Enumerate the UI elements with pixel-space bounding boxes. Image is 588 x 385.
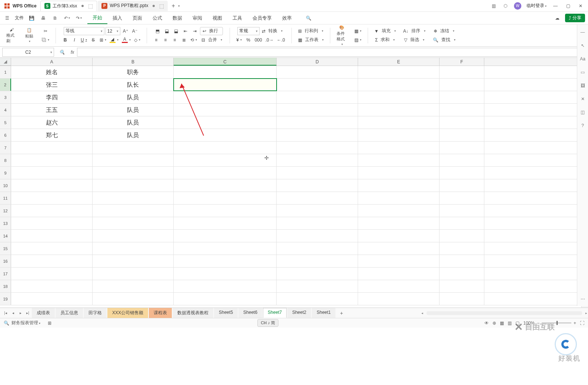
sheet-tab[interactable]: 课程表 <box>149 308 172 318</box>
row-header[interactable]: 10 <box>0 179 11 192</box>
cell-E15[interactable] <box>358 242 440 255</box>
sheet-tab[interactable]: 成绩表 <box>32 308 55 318</box>
cell-B14[interactable] <box>93 230 174 242</box>
formula-input[interactable] <box>77 48 585 57</box>
cell-A7[interactable] <box>11 142 93 154</box>
side-image-icon[interactable]: 🖼 <box>579 82 586 89</box>
cell-F3[interactable] <box>440 91 484 103</box>
align-center-button[interactable]: ≡ <box>161 36 170 44</box>
sheet-nav-first[interactable]: |◂ <box>2 310 9 316</box>
tab-menu-icon[interactable]: ▾ <box>178 4 180 8</box>
cell-E1[interactable] <box>358 66 440 78</box>
cell-F15[interactable] <box>440 242 484 255</box>
increase-decimal-button[interactable]: .0→ <box>264 36 275 44</box>
cell-B4[interactable]: 队员 <box>93 104 174 116</box>
font-size-select[interactable]: 12▾ <box>106 27 120 35</box>
cell-F16[interactable] <box>440 255 484 267</box>
tab-insert[interactable]: 插入 <box>107 13 127 24</box>
increase-font-button[interactable]: A⁺ <box>121 27 130 35</box>
tab-data[interactable]: 数据 <box>167 13 187 24</box>
sheet-tab[interactable]: 员工信息 <box>56 308 83 318</box>
view-normal-icon[interactable]: ▦ <box>500 321 504 326</box>
side-collapse-icon[interactable]: — <box>579 29 586 36</box>
tab-close-icon[interactable]: ⬚ <box>159 3 164 9</box>
cell-D9[interactable] <box>277 167 358 179</box>
row-header[interactable]: 14 <box>0 230 11 242</box>
row-header[interactable]: 5 <box>0 116 11 129</box>
cell-B5[interactable]: 队员 <box>93 116 174 129</box>
tab-home[interactable]: 开始 <box>87 12 107 24</box>
row-header[interactable]: 17 <box>0 268 11 280</box>
redo-icon[interactable]: ↷ <box>75 14 83 22</box>
wrap-text-button[interactable]: ↩换行 <box>200 27 223 35</box>
cell-A6[interactable]: 郑七 <box>11 129 93 141</box>
orientation-button[interactable]: ⟲ <box>189 36 198 44</box>
tab-formula[interactable]: 公式 <box>147 13 167 24</box>
name-box-dropdown-icon[interactable]: ▾ <box>50 50 52 54</box>
cell-F8[interactable] <box>440 154 484 166</box>
tab-efficiency[interactable]: 效率 <box>277 13 297 24</box>
currency-button[interactable]: ¥ <box>235 36 243 44</box>
cell-D5[interactable] <box>277 116 358 129</box>
bold-button[interactable]: B <box>61 36 69 44</box>
sheet-nav-next[interactable]: ▸ <box>17 310 24 316</box>
percent-button[interactable]: % <box>244 36 253 44</box>
cell-E4[interactable] <box>358 104 440 116</box>
col-header-B[interactable]: B <box>93 58 174 66</box>
decrease-decimal-button[interactable]: ←.0 <box>276 36 286 44</box>
view-focus-icon[interactable]: ⊕ <box>492 321 496 326</box>
cell-D16[interactable] <box>277 255 358 267</box>
doc-tab-2[interactable]: P WPS PPT教程.pptx ⬚ <box>98 1 168 11</box>
freeze-button[interactable]: ❄冻结 <box>432 27 455 35</box>
cell-D13[interactable] <box>277 217 358 229</box>
cell-C1[interactable] <box>174 66 277 78</box>
name-box[interactable]: C2 ▾ <box>2 48 54 57</box>
cell-F2[interactable] <box>440 79 484 91</box>
cell-D3[interactable] <box>277 91 358 103</box>
cell-D17[interactable] <box>277 268 358 280</box>
cell-C6[interactable] <box>174 129 277 141</box>
cell-D14[interactable] <box>277 230 358 242</box>
undo-icon[interactable]: ↶ <box>63 14 71 22</box>
user-avatar[interactable]: W <box>514 2 521 10</box>
cell-C9[interactable] <box>174 167 277 179</box>
cell-B8[interactable] <box>93 154 174 166</box>
cell-B15[interactable] <box>93 242 174 255</box>
col-header-F[interactable]: F <box>440 58 484 66</box>
save-icon[interactable]: 💾 <box>27 14 36 22</box>
strike-button[interactable]: S <box>89 36 97 44</box>
justify-button[interactable]: ≣ <box>180 36 188 44</box>
sheet-tab[interactable]: Sheet1 <box>312 308 335 318</box>
menu-toggle-icon[interactable]: ☰ <box>3 14 11 22</box>
cell-C4[interactable] <box>174 104 277 116</box>
cell-F5[interactable] <box>440 116 484 129</box>
sheet-nav-prev[interactable]: ◂ <box>10 310 16 316</box>
cell-D8[interactable] <box>277 154 358 166</box>
sheet-tab[interactable]: 田字格 <box>84 308 107 318</box>
zoom-fx-icon[interactable]: 🔍 <box>56 50 68 55</box>
cell-E10[interactable] <box>358 179 440 192</box>
cell-F18[interactable] <box>440 280 484 292</box>
cell-E14[interactable] <box>358 230 440 242</box>
cell-A10[interactable] <box>11 179 93 192</box>
row-header[interactable]: 16 <box>0 255 11 267</box>
side-tools-icon[interactable]: ✕ <box>579 96 586 102</box>
cell-D12[interactable] <box>277 205 358 217</box>
row-header[interactable]: 6 <box>0 129 11 141</box>
view-eye-icon[interactable]: 👁 <box>484 321 489 326</box>
cell-B2[interactable]: 队长 <box>93 79 174 91</box>
col-header-C[interactable]: C <box>174 58 277 66</box>
cell-D2[interactable] <box>277 79 358 91</box>
cell-C15[interactable] <box>174 242 277 255</box>
cell-E9[interactable] <box>358 167 440 179</box>
tab-close-icon[interactable]: ⬚ <box>88 3 93 9</box>
filter-button[interactable]: ▽筛选 <box>403 36 425 44</box>
cell-B3[interactable]: 队员 <box>93 91 174 103</box>
print-icon[interactable]: 🖶 <box>39 14 47 22</box>
align-top-button[interactable]: ⬒ <box>154 27 162 35</box>
doc-tab-1[interactable]: S 工作簿3.xlsx ⬚ <box>40 1 97 11</box>
cell-E13[interactable] <box>358 217 440 229</box>
horizontal-scrollbar[interactable] <box>427 311 582 315</box>
cell-E16[interactable] <box>358 255 440 267</box>
doc-mgmt-icon[interactable]: 🔍 <box>4 321 9 326</box>
